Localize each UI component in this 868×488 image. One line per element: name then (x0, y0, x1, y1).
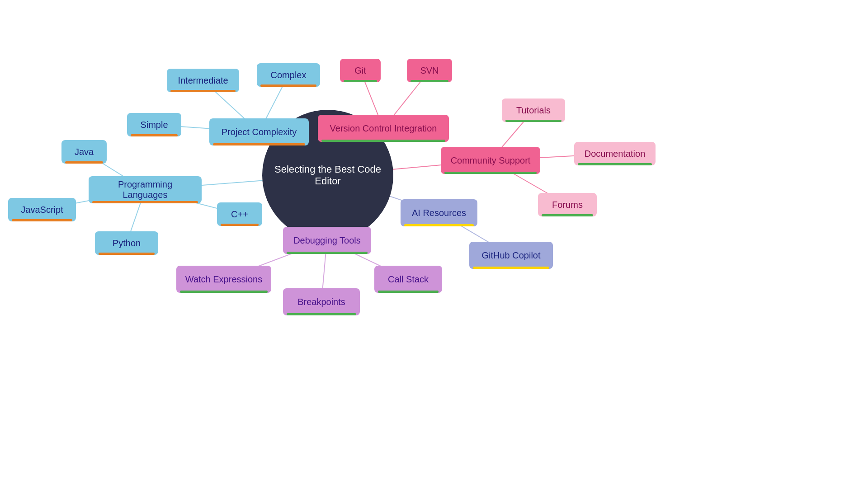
node-intermediate[interactable]: Intermediate (167, 69, 239, 92)
node-call-stack[interactable]: Call Stack (374, 266, 442, 293)
node-breakpoints[interactable]: Breakpoints (283, 288, 360, 315)
center-label: Selecting the Best Code Editor (262, 164, 393, 187)
node-tutorials[interactable]: Tutorials (502, 99, 565, 122)
node-github-copilot[interactable]: GitHub Copilot (469, 242, 553, 269)
node-svn[interactable]: SVN (407, 59, 452, 82)
node-simple[interactable]: Simple (127, 113, 181, 136)
node-project-complexity[interactable]: Project Complexity (209, 118, 309, 145)
node-cpp[interactable]: C++ (217, 202, 262, 226)
node-watch-expressions[interactable]: Watch Expressions (176, 266, 271, 293)
node-forums[interactable]: Forums (538, 193, 597, 216)
node-programming-languages[interactable]: Programming Languages (89, 176, 202, 203)
node-javascript[interactable]: JavaScript (8, 198, 76, 221)
node-version-control[interactable]: Version Control Integration (318, 115, 449, 142)
node-documentation[interactable]: Documentation (574, 142, 656, 165)
node-ai-resources[interactable]: AI Resources (401, 199, 477, 226)
node-java[interactable]: Java (61, 140, 107, 164)
node-complex[interactable]: Complex (257, 63, 320, 87)
node-git[interactable]: Git (340, 59, 381, 82)
node-python[interactable]: Python (95, 231, 158, 255)
node-community-support[interactable]: Community Support (441, 147, 540, 174)
node-debugging-tools[interactable]: Debugging Tools (283, 227, 371, 254)
